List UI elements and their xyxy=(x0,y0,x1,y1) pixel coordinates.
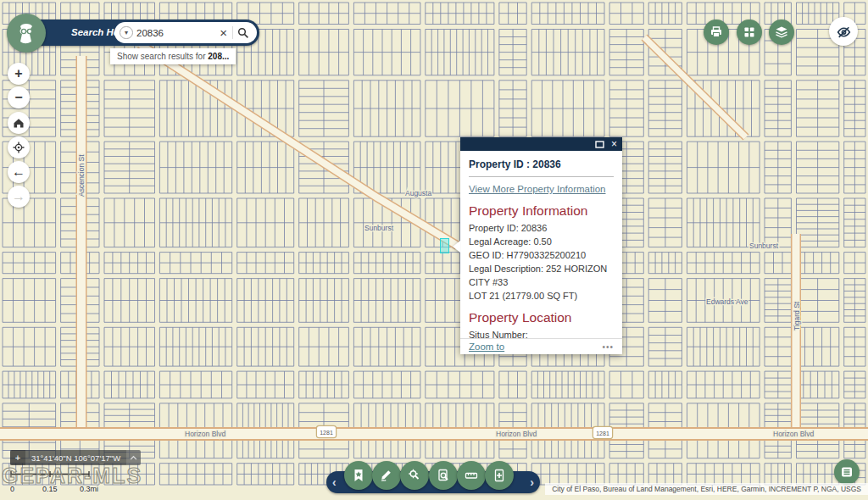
street-label: Ascencion St xyxy=(77,154,86,197)
draw-button[interactable] xyxy=(372,461,401,490)
bookmarks-button[interactable] xyxy=(344,461,373,490)
info-line: Property ID: 20836 xyxy=(469,221,614,235)
bookmark-icon xyxy=(351,468,366,483)
coordinates-widget: + 31°41'40"N 106°07'17"W xyxy=(10,450,141,465)
chevron-down-icon: ▾ xyxy=(125,29,128,36)
street-label: Edwards Ave xyxy=(706,297,748,306)
search-button[interactable] xyxy=(235,26,252,40)
zoom-to-link[interactable]: Zoom to xyxy=(469,342,504,352)
svg-text:1281: 1281 xyxy=(596,431,609,436)
search-input-wrap: ▾ × xyxy=(114,22,257,43)
measure-button[interactable] xyxy=(457,461,486,490)
svg-text:1281: 1281 xyxy=(320,430,333,436)
search-suggestion[interactable]: Show search results for 208... xyxy=(110,48,236,64)
back-arrow-icon: ← xyxy=(12,165,25,179)
mascot-icon xyxy=(14,20,39,46)
search-icon xyxy=(236,26,250,40)
street-label: Sunburst xyxy=(364,224,394,232)
scale-bar: 0 0.15 0.3mi xyxy=(10,470,112,487)
map-attribution: City of El Paso, Bureau of Land Manageme… xyxy=(545,483,868,495)
popup-footer: Zoom to ••• xyxy=(460,338,622,354)
coordinates-text: 31°41'40"N 106°07'17"W xyxy=(25,453,126,463)
layers-button[interactable] xyxy=(769,19,794,45)
zoom-in-button[interactable]: + xyxy=(8,63,30,85)
info-line: GEO ID: H77903325200210 xyxy=(469,248,614,262)
attribute-table-button[interactable] xyxy=(834,459,860,485)
zoom-out-button[interactable]: − xyxy=(8,86,30,108)
query-button[interactable] xyxy=(429,461,458,490)
plus-icon: + xyxy=(14,67,22,81)
street-label: Horizon Blvd xyxy=(185,430,225,438)
clear-search-button[interactable]: × xyxy=(216,26,231,39)
add-data-button[interactable] xyxy=(485,461,514,490)
popup-content: Property ID : 20836 View More Property I… xyxy=(460,151,622,338)
close-icon[interactable]: × xyxy=(611,139,617,149)
toolbar-next-button[interactable]: › xyxy=(530,475,534,490)
street-label: Horizon Blvd xyxy=(496,430,537,438)
next-extent-button[interactable]: → xyxy=(8,186,30,208)
layers-icon xyxy=(774,25,789,40)
maximize-icon[interactable] xyxy=(595,141,604,148)
search-input[interactable] xyxy=(133,28,216,38)
select-magnifier-icon xyxy=(407,468,422,483)
select-button[interactable] xyxy=(400,461,429,490)
info-line: Legal Description: 252 HORIZON CITY #33 xyxy=(469,262,614,289)
toolbar-prev-button[interactable]: ‹ xyxy=(332,475,337,490)
forward-arrow-icon: → xyxy=(12,190,25,203)
selected-parcel-highlight[interactable] xyxy=(440,238,449,253)
search-source-dropdown[interactable]: ▾ xyxy=(120,26,133,39)
print-icon xyxy=(709,25,724,40)
street-label: Tigard St xyxy=(793,301,801,331)
home-icon xyxy=(11,115,26,131)
measure-icon xyxy=(464,468,479,483)
popup-title: Property ID : 20836 xyxy=(469,151,614,177)
street-label: Horizon Blvd xyxy=(773,430,814,438)
popup-titlebar: × xyxy=(460,137,622,151)
street-label: Sunburst xyxy=(749,242,779,250)
info-line: LOT 21 (21779.00 SQ FT) xyxy=(469,289,614,303)
more-options-icon[interactable]: ••• xyxy=(602,342,614,352)
minus-icon: − xyxy=(14,91,22,104)
map-app: Ascencion St Augusta Sunburst Sunburst E… xyxy=(0,0,868,500)
section-heading: Property Information xyxy=(469,203,614,219)
info-line: Legal Acreage: 0.50 xyxy=(469,235,614,248)
print-button[interactable] xyxy=(704,19,729,45)
crosshair-icon[interactable]: + xyxy=(10,450,25,465)
suggestion-term: 208... xyxy=(208,52,229,61)
parcel-map[interactable]: Ascencion St Augusta Sunburst Sunburst E… xyxy=(0,0,868,500)
home-button[interactable] xyxy=(8,112,30,134)
location-line: Situs Number: xyxy=(469,328,614,338)
scale-label: 0.15 xyxy=(42,485,58,493)
basemap-gallery-button[interactable] xyxy=(737,19,762,45)
add-data-icon xyxy=(492,468,507,483)
table-list-icon xyxy=(839,464,854,480)
previous-extent-button[interactable]: ← xyxy=(8,161,30,183)
section-heading: Property Location xyxy=(469,310,614,325)
scale-label: 0.3mi xyxy=(80,485,98,493)
eye-slash-icon xyxy=(836,24,852,40)
search-bar: Search Here: ▾ × xyxy=(24,19,259,46)
popup-callout-arrow xyxy=(453,241,460,253)
view-more-link[interactable]: View More Property Information xyxy=(469,184,606,194)
locate-button[interactable] xyxy=(8,136,30,158)
chevron-up-icon[interactable] xyxy=(126,450,141,465)
pencil-icon xyxy=(379,468,394,483)
locate-icon xyxy=(11,140,26,155)
street-label: Augusta xyxy=(405,189,431,197)
divider xyxy=(232,26,233,39)
suggestion-text: Show search results for xyxy=(117,52,208,61)
hide-ui-button[interactable] xyxy=(829,17,858,46)
property-popup: × Property ID : 20836 View More Property… xyxy=(460,137,622,354)
scale-label: 0 xyxy=(10,485,14,493)
search-document-icon xyxy=(436,468,451,483)
gepar-logo[interactable] xyxy=(7,14,46,53)
apps-grid-icon xyxy=(742,25,757,40)
